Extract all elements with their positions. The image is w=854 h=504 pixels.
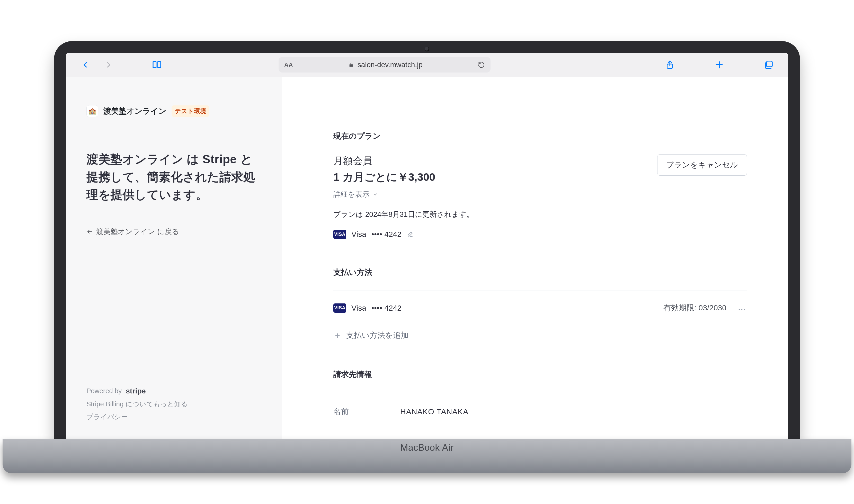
renewal-text: プランは 2024年8月31日に更新されます。 bbox=[333, 210, 474, 219]
lock-icon bbox=[348, 62, 354, 68]
visa-badge-icon: VISA bbox=[333, 303, 346, 313]
billing-info-title: 請求先情報 bbox=[333, 369, 747, 380]
svg-point-7 bbox=[744, 309, 745, 310]
billing-name-value: HANAKO TANAKA bbox=[400, 407, 468, 416]
share-button[interactable] bbox=[661, 57, 679, 73]
camera-dot bbox=[425, 47, 429, 51]
current-plan-title: 現在のプラン bbox=[333, 131, 747, 141]
sidebar-headline: 渡美塾オンライン は Stripe と提携して、簡素化された請求処理を提供してい… bbox=[86, 150, 261, 204]
pencil-square-icon bbox=[407, 231, 413, 238]
details-toggle[interactable]: 詳細を表示 bbox=[333, 190, 474, 199]
reading-list-button[interactable] bbox=[148, 57, 166, 73]
pm-expiry-value: 03/2030 bbox=[699, 303, 726, 312]
payment-method-actions[interactable] bbox=[737, 303, 747, 313]
reload-icon bbox=[478, 61, 485, 68]
svg-rect-3 bbox=[767, 61, 772, 67]
details-toggle-label: 詳細を表示 bbox=[333, 190, 370, 199]
share-icon bbox=[665, 60, 674, 70]
text-size-button[interactable]: AA bbox=[284, 61, 293, 68]
device-label: MacBook Air bbox=[400, 442, 454, 453]
ellipsis-icon bbox=[738, 308, 745, 311]
powered-by-label: Powered by bbox=[86, 385, 122, 397]
reload-button[interactable] bbox=[478, 61, 485, 68]
arrow-left-icon bbox=[86, 229, 93, 235]
add-payment-method-label: 支払い方法を追加 bbox=[346, 330, 408, 341]
billing-name-row: 名前 HANAKO TANAKA bbox=[333, 404, 747, 417]
pm-last4: •••• 4242 bbox=[371, 304, 402, 312]
back-to-site-link[interactable]: 渡美塾オンライン に戻る bbox=[86, 227, 261, 237]
edit-card-button[interactable] bbox=[407, 231, 413, 238]
back-link-label: 渡美塾オンライン に戻る bbox=[96, 227, 179, 237]
plan-price: 1 カ月ごとに￥3,300 bbox=[333, 170, 474, 184]
pm-brand: Visa bbox=[351, 304, 366, 312]
privacy-link[interactable]: プライバシー bbox=[86, 411, 261, 423]
visa-badge-icon: VISA bbox=[333, 230, 346, 239]
book-icon bbox=[152, 60, 162, 70]
brand-name: 渡美塾オンライン bbox=[103, 106, 166, 116]
forward-button[interactable] bbox=[99, 57, 118, 73]
tabs-icon bbox=[764, 60, 773, 70]
env-badge: テスト環境 bbox=[172, 105, 209, 117]
chevron-down-icon bbox=[373, 192, 378, 197]
back-button[interactable] bbox=[76, 57, 95, 73]
billing-name-label: 名前 bbox=[333, 406, 390, 417]
payment-method-title: 支払い方法 bbox=[333, 267, 747, 278]
chevron-left-icon bbox=[82, 60, 89, 70]
chevron-right-icon bbox=[105, 60, 112, 70]
sidebar: 🏫 渡美塾オンライン テスト環境 渡美塾オンライン は Stripe と提携して… bbox=[66, 77, 282, 439]
browser-toolbar: AA salon-dev.mwatch.jp bbox=[66, 53, 788, 77]
main-panel: 現在のプラン 月額会員 1 カ月ごとに￥3,300 詳細を表示 プランは 202… bbox=[282, 77, 788, 439]
new-tab-button[interactable] bbox=[710, 57, 728, 73]
pm-expiry-label: 有効期限: bbox=[663, 303, 696, 312]
svg-point-5 bbox=[739, 309, 740, 310]
divider bbox=[333, 393, 747, 393]
svg-point-6 bbox=[741, 309, 743, 310]
plus-icon: ＋ bbox=[333, 330, 342, 341]
plan-name: 月額会員 bbox=[333, 154, 474, 167]
cancel-plan-button[interactable]: プランをキャンセル bbox=[657, 154, 747, 176]
address-domain: salon-dev.mwatch.jp bbox=[358, 61, 423, 69]
payment-method-row: VISA Visa •••• 4242 有効期限: 03/2030 bbox=[333, 302, 747, 314]
tabs-button[interactable] bbox=[759, 57, 778, 73]
brand-logo: 🏫 bbox=[86, 105, 98, 117]
add-payment-method[interactable]: ＋ 支払い方法を追加 bbox=[333, 330, 747, 341]
laptop-base: MacBook Air bbox=[3, 439, 851, 473]
learn-more-link[interactable]: Stripe Billing についてもっと知る bbox=[86, 398, 261, 410]
plus-icon bbox=[715, 60, 724, 69]
card-last4: •••• 4242 bbox=[371, 230, 402, 239]
stripe-logo-text: stripe bbox=[126, 384, 146, 398]
card-brand: Visa bbox=[351, 230, 366, 239]
address-bar[interactable]: AA salon-dev.mwatch.jp bbox=[279, 57, 491, 73]
